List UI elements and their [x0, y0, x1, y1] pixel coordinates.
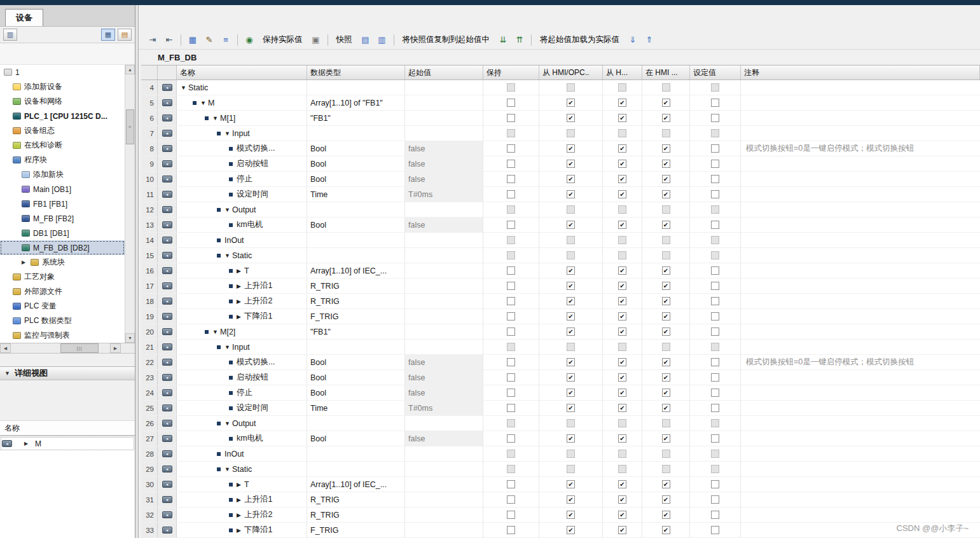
name-cell[interactable]: 启动按钮: [177, 156, 307, 171]
start-value-cell[interactable]: [405, 279, 483, 293]
reset-start-values-icon[interactable]: ▦: [185, 33, 200, 47]
comment-cell[interactable]: [741, 263, 980, 278]
expand-icon[interactable]: ▶: [22, 259, 27, 265]
tree-item-m-fb-db[interactable]: M_FB_DB [DB2]: [0, 240, 125, 255]
hmi-accessible-checkbox[interactable]: [567, 266, 575, 275]
tree-item-plc-datatypes[interactable]: PLC 数据类型: [0, 314, 125, 328]
snapshot-camera-icon[interactable]: ◉: [242, 33, 257, 47]
tree-item-program-blocks[interactable]: 程序块: [0, 153, 125, 167]
start-value-cell[interactable]: [405, 340, 483, 354]
tree-vertical-scrollbar[interactable]: ▲ ≡ ▼: [125, 65, 135, 343]
start-value-cell[interactable]: false: [405, 172, 483, 186]
tree-filter-icon[interactable]: ▥: [3, 29, 17, 41]
keep-actual-values-button[interactable]: 保持实际值: [258, 33, 307, 47]
hmi-accessible-checkbox[interactable]: [567, 404, 575, 412]
expand-icon[interactable]: ▶: [24, 441, 32, 446]
comment-cell[interactable]: [741, 431, 980, 446]
collapse-icon[interactable]: ▼: [224, 130, 232, 137]
datatype-cell[interactable]: [307, 233, 405, 247]
start-value-cell[interactable]: [405, 309, 483, 324]
hmi-writable-checkbox[interactable]: [618, 190, 626, 198]
setpoint-checkbox[interactable]: [711, 328, 719, 336]
tree-hscroll-thumb[interactable]: |||: [60, 343, 99, 353]
tree-hscroll-left-button[interactable]: ◀: [0, 343, 11, 353]
hmi-writable-checkbox[interactable]: [618, 511, 626, 519]
start-value-cell[interactable]: [405, 462, 483, 476]
datatype-cell[interactable]: "FB1": [307, 324, 405, 339]
name-cell[interactable]: ▶上升沿1: [177, 492, 307, 507]
hmi-visible-checkbox[interactable]: [662, 495, 670, 504]
name-cell[interactable]: ▼Static: [177, 80, 307, 95]
retain-checkbox[interactable]: [507, 114, 515, 122]
start-value-cell[interactable]: [405, 233, 483, 247]
hmi-visible-checkbox[interactable]: [662, 526, 670, 534]
hmi-visible-checkbox[interactable]: [662, 144, 670, 153]
start-value-cell[interactable]: [405, 492, 483, 507]
name-cell[interactable]: ▶上升沿2: [177, 294, 307, 308]
datatype-cell[interactable]: [307, 340, 405, 354]
setpoint-checkbox[interactable]: [711, 511, 719, 519]
detail-row-m[interactable]: ◂ ▶ M: [0, 436, 135, 451]
copy-snapshot-alt-icon[interactable]: ▥: [375, 33, 390, 47]
setpoint-checkbox[interactable]: [711, 175, 719, 183]
comment-cell[interactable]: [741, 507, 980, 522]
hmi-accessible-checkbox[interactable]: [567, 221, 575, 229]
setpoint-checkbox[interactable]: [711, 282, 719, 290]
datatype-cell[interactable]: [307, 248, 405, 263]
hmi-visible-checkbox[interactable]: [662, 312, 670, 321]
retain-checkbox[interactable]: [507, 328, 515, 336]
name-cell[interactable]: km电机: [177, 217, 307, 232]
datatype-cell[interactable]: F_TRIG: [307, 309, 405, 324]
tree-item-technology-objects[interactable]: 工艺对象: [0, 270, 125, 284]
datatype-cell[interactable]: R_TRIG: [307, 294, 405, 308]
comment-cell[interactable]: [741, 126, 980, 141]
hmi-visible-checkbox[interactable]: [662, 480, 670, 488]
collapse-icon[interactable]: ▼: [224, 252, 232, 259]
start-value-cell[interactable]: [405, 477, 483, 492]
start-value-cell[interactable]: false: [405, 217, 483, 232]
hmi-writable-checkbox[interactable]: [618, 175, 626, 183]
start-value-cell[interactable]: [405, 202, 483, 217]
hmi-accessible-checkbox[interactable]: [567, 434, 575, 443]
tree-item-online-diagnostics[interactable]: 在线和诊断: [0, 138, 125, 153]
expand-icon[interactable]: ▶: [237, 314, 244, 320]
name-cell[interactable]: ▼Output: [177, 202, 307, 217]
name-cell[interactable]: ▼M: [177, 95, 307, 110]
load-values-icon[interactable]: ⇓: [625, 33, 640, 47]
collapse-icon[interactable]: ▼: [224, 344, 232, 350]
tree-item-device-configuration[interactable]: 设备组态: [0, 123, 125, 138]
tree-item-m-fb[interactable]: M_FB [FB2]: [0, 211, 125, 226]
datatype-cell[interactable]: [307, 416, 405, 431]
comment-cell[interactable]: [741, 111, 980, 125]
retain-checkbox[interactable]: [507, 190, 515, 198]
start-value-cell[interactable]: false: [405, 370, 483, 385]
comment-cell[interactable]: [741, 477, 980, 492]
collapse-icon[interactable]: ▼: [224, 466, 232, 472]
hmi-visible-checkbox[interactable]: [662, 389, 670, 397]
start-value-cell[interactable]: false: [405, 431, 483, 446]
setpoint-checkbox[interactable]: [711, 221, 719, 229]
hmi-writable-checkbox[interactable]: [618, 144, 626, 153]
tree-item-watch-force-tables[interactable]: 监控与强制表: [0, 328, 125, 343]
hmi-accessible-checkbox[interactable]: [567, 495, 575, 504]
comment-cell[interactable]: [741, 401, 980, 415]
start-value-cell[interactable]: [405, 416, 483, 431]
start-value-cell[interactable]: [405, 126, 483, 141]
retain-checkbox[interactable]: [507, 434, 515, 443]
tree-item-devices-networks[interactable]: 设备和网络: [0, 94, 125, 109]
hmi-visible-checkbox[interactable]: [662, 434, 670, 443]
hmi-writable-checkbox[interactable]: [618, 480, 626, 488]
comment-cell[interactable]: [741, 446, 980, 461]
retain-checkbox[interactable]: [507, 221, 515, 229]
comment-cell[interactable]: [741, 248, 980, 263]
tree-item-db1[interactable]: DB1 [DB1]: [0, 226, 125, 240]
setpoint-checkbox[interactable]: [711, 358, 719, 366]
name-cell[interactable]: km电机: [177, 431, 307, 446]
name-cell[interactable]: ▶上升沿1: [177, 279, 307, 293]
hmi-visible-checkbox[interactable]: [662, 282, 670, 290]
start-value-cell[interactable]: false: [405, 141, 483, 156]
expand-icon[interactable]: ▶: [237, 283, 244, 289]
setpoint-checkbox[interactable]: [711, 312, 719, 321]
copy-start-alt-icon[interactable]: ⇈: [512, 33, 527, 47]
datatype-cell[interactable]: Bool: [307, 385, 405, 400]
